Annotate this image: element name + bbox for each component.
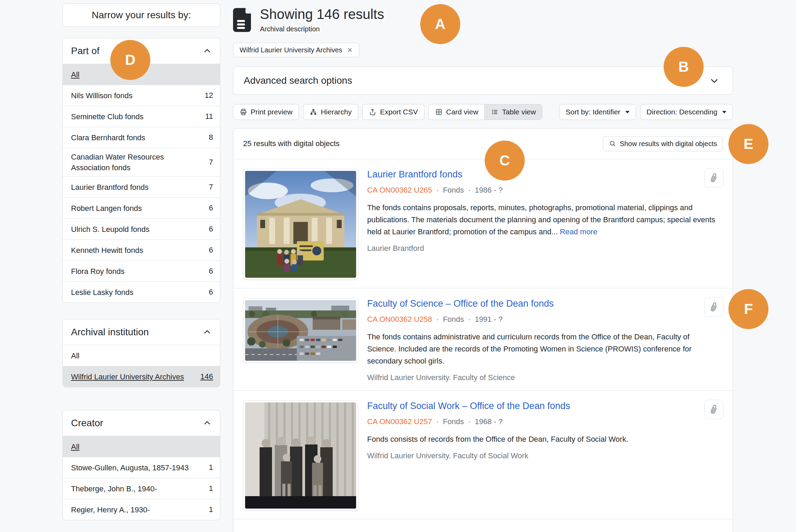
facet-option-count: 146	[200, 372, 213, 381]
facet-option-label[interactable]: All	[71, 441, 79, 452]
facet-option-list: AllNils Willison fonds12Seminette Club f…	[63, 64, 220, 303]
facet-creator-header[interactable]: Creator	[63, 410, 220, 436]
facet-option-ulrich-s-leupold-fonds[interactable]: Ulrich S. Leupold fonds6	[63, 218, 220, 239]
facet-option-clara-bernhardt-fonds[interactable]: Clara Bernhardt fonds8	[63, 127, 220, 148]
filter-tag: Wilfrid Laurier University Archives ✕	[233, 43, 359, 57]
attachment-button[interactable]	[704, 168, 724, 187]
facet-title: Creator	[71, 418, 103, 429]
result-thumbnail[interactable]	[243, 169, 358, 280]
facet-option-canadian-water-resources-association-fonds[interactable]: Canadian Water Resources Association fon…	[63, 148, 220, 176]
facet-option-count: 1	[209, 463, 213, 472]
result-identifier: CA ON00362 U265	[367, 186, 432, 195]
facet-option-count: 8	[209, 133, 213, 142]
facet-option-label[interactable]: Nils Willison fonds	[71, 90, 133, 101]
facet-option-wilfrid-laurier-university-archives[interactable]: Wilfrid Laurier University Archives146	[63, 366, 220, 387]
result-thumbnail[interactable]	[243, 400, 358, 511]
facet-option-label[interactable]: Clara Bernhardt fonds	[71, 132, 145, 143]
facet-option-all[interactable]: All	[63, 345, 220, 366]
facet-option-stowe-gullen-augusta-1857-1943[interactable]: Stowe-Gullen, Augusta, 1857-19431	[63, 457, 220, 478]
printer-icon	[240, 108, 247, 116]
result-title-link[interactable]: Faculty of Science – Office of the Dean …	[367, 298, 723, 309]
result-identifier: CA ON00362 U257	[367, 417, 432, 426]
result-body: Laurier Brantford fonds CA ON00362 U265 …	[367, 169, 723, 280]
facet-option-label[interactable]: Robert Langen fonds	[71, 203, 142, 214]
facet-option-count: 12	[205, 91, 213, 100]
facet-option-count: 1	[209, 484, 213, 493]
table-view-button[interactable]: Table view	[484, 104, 542, 120]
chevron-up-icon	[203, 47, 212, 55]
hierarchy-icon	[310, 108, 317, 116]
show-digital-objects-button[interactable]: Show results with digital objects	[603, 136, 723, 151]
attachment-button[interactable]	[704, 400, 724, 419]
result-title-link[interactable]: Laurier Brantford fonds	[367, 169, 723, 180]
facet-option-count: 6	[209, 246, 213, 255]
digital-objects-count: 25 results with digital objects	[243, 139, 340, 148]
result-dates: 1968 - ?	[475, 417, 503, 426]
facet-option-count: 7	[209, 158, 213, 167]
facet-option-label[interactable]: Stowe-Gullen, Augusta, 1857-1943	[71, 462, 189, 473]
attachment-button[interactable]	[704, 297, 724, 317]
result-creator: Laurier Brantford	[367, 244, 723, 253]
facet-option-robert-langen-fonds[interactable]: Robert Langen fonds6	[63, 197, 220, 218]
annotation-circle-b: B	[664, 47, 704, 87]
result-thumbnail[interactable]	[243, 298, 358, 363]
facet-option-label[interactable]: Leslie Lasky fonds	[71, 287, 133, 298]
page-header: Showing 146 results Archival description	[233, 6, 384, 33]
facet-title: Archival institution	[71, 327, 149, 338]
advanced-search-panel[interactable]: Advanced search options	[233, 66, 733, 95]
export-csv-button[interactable]: Export CSV	[362, 104, 424, 120]
facet-option-label[interactable]: Flora Roy fonds	[71, 266, 124, 277]
facet-option-label[interactable]: Kenneth Hewitt fonds	[71, 245, 143, 256]
facet-option-label[interactable]: All	[71, 350, 79, 361]
result-thumbnail-image	[245, 171, 356, 278]
facet-option-label[interactable]: Canadian Water Resources Association fon…	[71, 152, 191, 173]
facet-archival-institution: Archival institution AllWilfrid Laurier …	[62, 319, 220, 387]
results-header: 25 results with digital objects Show res…	[233, 129, 733, 159]
facet-option-theberge-john-b-1940[interactable]: Theberge, John B., 1940-1	[63, 478, 220, 499]
facet-option-label[interactable]: Laurier Brantford fonds	[71, 182, 149, 193]
narrow-results-label: Narrow your results by:	[92, 10, 191, 21]
facet-option-leslie-lasky-fonds[interactable]: Leslie Lasky fonds6	[63, 282, 220, 303]
facet-option-label[interactable]: Theberge, John B., 1940-	[71, 483, 157, 494]
result-thumbnail-image	[245, 300, 356, 361]
facet-option-label[interactable]: All	[71, 69, 79, 80]
facet-option-count: 6	[209, 288, 213, 297]
result-body: Faculty of Science – Office of the Dean …	[367, 298, 723, 382]
facet-option-kenneth-hewitt-fonds[interactable]: Kenneth Hewitt fonds6	[63, 239, 220, 260]
card-view-button[interactable]: Card view	[429, 104, 484, 120]
facet-option-seminette-club-fonds[interactable]: Seminette Club fonds11	[63, 106, 220, 127]
facet-archival-institution-header[interactable]: Archival institution	[63, 319, 220, 345]
facet-option-nils-willison-fonds[interactable]: Nils Willison fonds12	[63, 85, 220, 106]
result-thumbnail-image	[245, 402, 356, 509]
table-view-icon	[491, 108, 498, 116]
result-identifier: CA ON00362 U258	[367, 315, 432, 324]
facet-option-flora-roy-fonds[interactable]: Flora Roy fonds6	[63, 260, 220, 282]
hierarchy-button[interactable]: Hierarchy	[303, 104, 358, 120]
result-level: Fonds	[443, 186, 464, 195]
result-title-link[interactable]: Faculty of Social Work – Office of the D…	[367, 400, 723, 412]
result-description: The fonds contains proposals, reports, m…	[367, 202, 715, 238]
facet-option-label[interactable]: Wilfrid Laurier University Archives	[71, 371, 184, 382]
facet-option-label[interactable]: Seminette Club fonds	[71, 111, 143, 122]
remove-filter-icon[interactable]: ✕	[347, 47, 353, 53]
annotation-circle-c: C	[485, 141, 525, 181]
results-card: 25 results with digital objects Show res…	[233, 128, 733, 532]
search-icon	[609, 140, 616, 147]
direction-dropdown[interactable]: Direction: Descending	[640, 104, 733, 120]
result-item-faculty-of-science-office-of-the-dean-fonds: Faculty of Science – Office of the Dean …	[233, 288, 733, 390]
filter-tag-label: Wilfrid Laurier University Archives	[240, 46, 342, 54]
chevron-down-icon	[709, 75, 719, 86]
result-meta: CA ON00362 U265 · Fonds · 1986 - ?	[367, 186, 723, 195]
facet-option-laurier-brantford-fonds[interactable]: Laurier Brantford fonds7	[63, 176, 220, 197]
archival-description-icon	[233, 8, 251, 32]
read-more-link[interactable]: Read more	[560, 227, 597, 236]
sort-by-dropdown[interactable]: Sort by: Identifier	[559, 104, 636, 120]
facet-option-regier-henry-a-1930[interactable]: Regier, Henry A., 1930-1	[63, 499, 220, 520]
facet-option-list: AllWilfrid Laurier University Archives14…	[63, 345, 220, 387]
paperclip-icon	[707, 171, 720, 184]
facet-option-all[interactable]: All	[63, 436, 220, 457]
annotation-circle-f: F	[728, 289, 768, 329]
facet-option-label[interactable]: Ulrich S. Leupold fonds	[71, 224, 149, 235]
print-preview-button[interactable]: Print preview	[233, 104, 299, 120]
facet-option-label[interactable]: Regier, Henry A., 1930-	[71, 504, 150, 515]
